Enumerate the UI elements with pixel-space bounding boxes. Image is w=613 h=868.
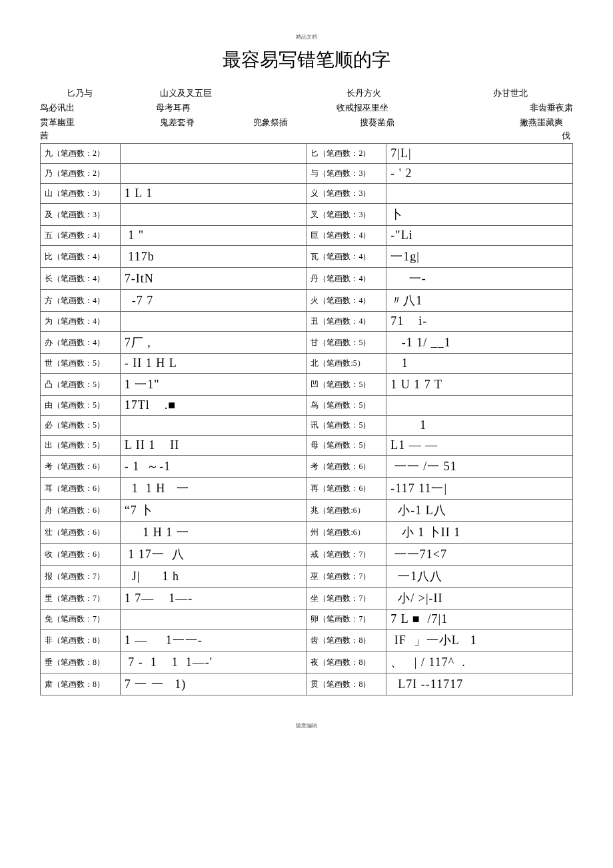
char-label-right: 丹（笔画数：4） bbox=[306, 268, 386, 290]
char-label-right: 巫（笔画数：7） bbox=[306, 566, 386, 588]
char-label-left: 世（笔画数：5） bbox=[41, 354, 121, 374]
table-row: 收（笔画数：6） 1 17一 八戒（笔画数：7） 一一71<7 bbox=[41, 544, 573, 566]
stroke-seq-right: 卜 bbox=[386, 204, 573, 226]
group-line-3: 贯革幽重 鬼差套脊 兜象祭插 搜葵凿鼎 撇燕噩藏爽 bbox=[40, 115, 573, 130]
stroke-seq-left: 17Tl .■ bbox=[120, 396, 306, 416]
char-label-left: 耳（笔画数：6） bbox=[41, 478, 121, 500]
stroke-seq-left: 7 一 一 1) bbox=[120, 673, 306, 695]
stroke-seq-right: -"Li bbox=[386, 226, 573, 246]
table-row: 比（笔画数：4） 117b瓦（笔画数：4）一1g| bbox=[41, 246, 573, 268]
group-3b: 鬼差套脊 bbox=[160, 117, 253, 129]
stroke-seq-left bbox=[120, 416, 306, 436]
stroke-seq-left: 7-ItN bbox=[120, 268, 306, 290]
table-row: 肃（笔画数：8）7 一 一 1)贯（笔画数：8） L7I --11717 bbox=[41, 673, 573, 695]
stroke-seq-left: 1 H 1 一 bbox=[120, 522, 306, 544]
stroke-seq-left: 1 " bbox=[120, 226, 306, 246]
table-row: 由（笔画数：5）17Tl .■鸟（笔画数：5） bbox=[41, 396, 573, 416]
stroke-seq-right: -117 11一| bbox=[386, 478, 573, 500]
char-label-left: 出（笔画数：5） bbox=[41, 436, 121, 456]
table-row: 凸（笔画数：5）1 一1"凹（笔画数：5）1 U 1 7 T bbox=[41, 374, 573, 396]
char-label-left: 方（笔画数：4） bbox=[41, 290, 121, 312]
group-line-1: 匕乃与 山义及叉五巨 长丹方火 办甘世北 bbox=[40, 86, 573, 101]
table-row: 乃（笔画数：2）与（笔画数：3）- ' 2 bbox=[41, 164, 573, 184]
table-row: 考（笔画数：6）- 1 ～-1考（笔画数：6） 一一 /一 51 bbox=[41, 456, 573, 478]
stroke-seq-right: 一- bbox=[386, 268, 573, 290]
char-label-right: 坐（笔画数：7） bbox=[306, 588, 386, 610]
stroke-seq-right: 小/ >|-II bbox=[386, 588, 573, 610]
orphan-left: 茜 bbox=[40, 130, 49, 142]
char-label-left: 五（笔画数：4） bbox=[41, 226, 121, 246]
stroke-seq-left bbox=[120, 610, 306, 630]
char-label-left: 山（笔画数：3） bbox=[41, 184, 121, 204]
char-label-left: 由（笔画数：5） bbox=[41, 396, 121, 416]
char-label-right: 兆（笔画数:6） bbox=[306, 500, 386, 522]
table-row: 五（笔画数：4） 1 "巨（笔画数：4）-"Li bbox=[41, 226, 573, 246]
char-label-right: 瓦（笔画数：4） bbox=[306, 246, 386, 268]
stroke-seq-left: “7 卜 bbox=[120, 500, 306, 522]
stroke-seq-right: L1 — — bbox=[386, 436, 573, 456]
stroke-seq-right: 一一 /一 51 bbox=[386, 456, 573, 478]
stroke-seq-right: 1 U 1 7 T bbox=[386, 374, 573, 396]
group-2a: 鸟必讯出 bbox=[40, 102, 156, 114]
char-label-left: 垂（笔画数：8） bbox=[41, 651, 121, 673]
stroke-seq-left: 1 — 1一一- bbox=[120, 630, 306, 651]
stroke-seq-right bbox=[386, 396, 573, 416]
table-row: 里（笔画数：7）1 7— 1—-坐（笔画数：7） 小/ >|-II bbox=[41, 588, 573, 610]
char-label-right: 义（笔画数：3） bbox=[306, 184, 386, 204]
char-label-right: 与（笔画数：3） bbox=[306, 164, 386, 184]
stroke-seq-right: 7 L ■ /7|1 bbox=[386, 610, 573, 630]
char-label-right: 火（笔画数：4） bbox=[306, 290, 386, 312]
group-1a: 匕乃与 bbox=[67, 87, 160, 99]
stroke-seq-left bbox=[120, 312, 306, 332]
table-row: 耳（笔画数：6） 1 1 H 一再（笔画数：6）-117 11一| bbox=[41, 478, 573, 500]
table-row: 及（笔画数：3）叉（笔画数：3）卜 bbox=[41, 204, 573, 226]
char-label-right: 夜（笔画数：8） bbox=[306, 651, 386, 673]
table-row: 必（笔画数：5）讯（笔画数：5） 1 bbox=[41, 416, 573, 436]
char-label-left: 壮（笔画数：6） bbox=[41, 522, 121, 544]
table-row: 长（笔画数：4）7-ItN丹（笔画数：4） 一- bbox=[41, 268, 573, 290]
group-2c: 收戒报巫里坐 bbox=[336, 102, 530, 114]
orphan-right: 伐 bbox=[562, 130, 573, 142]
stroke-seq-right: IF 」一小L 1 bbox=[386, 630, 573, 651]
group-3e: 撇燕噩藏爽 bbox=[520, 117, 563, 129]
stroke-seq-right: 、 | / 117^ . bbox=[386, 651, 573, 673]
table-row: 报（笔画数：7） J| 1 h巫（笔画数：7） 一1八八 bbox=[41, 566, 573, 588]
char-label-left: 及（笔画数：3） bbox=[41, 204, 121, 226]
char-label-right: 贯（笔画数：8） bbox=[306, 673, 386, 695]
table-row: 出（笔画数：5）L II 1 II母（笔画数：5）L1 — — bbox=[41, 436, 573, 456]
stroke-seq-left: 117b bbox=[120, 246, 306, 268]
char-label-right: 甘（笔画数：5） bbox=[306, 332, 386, 354]
char-label-left: 凸（笔画数：5） bbox=[41, 374, 121, 396]
char-label-right: 凹（笔画数：5） bbox=[306, 374, 386, 396]
stroke-seq-left: 7厂 , bbox=[120, 332, 306, 354]
stroke-seq-left: 1 L 1 bbox=[120, 184, 306, 204]
table-row: 方（笔画数：4） -7 7火（笔画数：4）〃八1 bbox=[41, 290, 573, 312]
stroke-seq-right: 一1g| bbox=[386, 246, 573, 268]
char-label-right: 讯（笔画数：5） bbox=[306, 416, 386, 436]
table-row: 世（笔画数：5）- II 1 H L北（笔画数:5） 1 bbox=[41, 354, 573, 374]
char-label-left: 为（笔画数：4） bbox=[41, 312, 121, 332]
char-label-left: 九（笔画数：2） bbox=[41, 144, 121, 164]
stroke-seq-left: - 1 ～-1 bbox=[120, 456, 306, 478]
char-label-right: 巨（笔画数：4） bbox=[306, 226, 386, 246]
stroke-seq-right: 7|L| bbox=[386, 144, 573, 164]
stroke-seq-left: 1 1 H 一 bbox=[120, 478, 306, 500]
group-3c: 兜象祭插 bbox=[253, 117, 360, 129]
char-label-right: 匕（笔画数：2） bbox=[306, 144, 386, 164]
table-row: 非（笔画数：8）1 — 1一一-齿（笔画数：8） IF 」一小L 1 bbox=[41, 630, 573, 651]
stroke-seq-left: L II 1 II bbox=[120, 436, 306, 456]
header-tiny: 精品文档 bbox=[40, 33, 573, 41]
char-label-left: 肃（笔画数：8） bbox=[41, 673, 121, 695]
stroke-seq-right: L7I --11717 bbox=[386, 673, 573, 695]
stroke-seq-right: 71 i- bbox=[386, 312, 573, 332]
stroke-seq-left: - II 1 H L bbox=[120, 354, 306, 374]
group-1d: 办甘世北 bbox=[493, 87, 528, 99]
char-label-left: 免（笔画数：7） bbox=[41, 610, 121, 630]
char-label-right: 再（笔画数：6） bbox=[306, 478, 386, 500]
stroke-seq-left: 7 - 1 1 1—-' bbox=[120, 651, 306, 673]
stroke-seq-left: 1 一1" bbox=[120, 374, 306, 396]
group-3d: 搜葵凿鼎 bbox=[360, 117, 520, 129]
group-3a: 贯革幽重 bbox=[40, 117, 160, 129]
table-row: 为（笔画数：4）丑（笔画数：4）71 i- bbox=[41, 312, 573, 332]
char-label-right: 卵（笔画数：7） bbox=[306, 610, 386, 630]
